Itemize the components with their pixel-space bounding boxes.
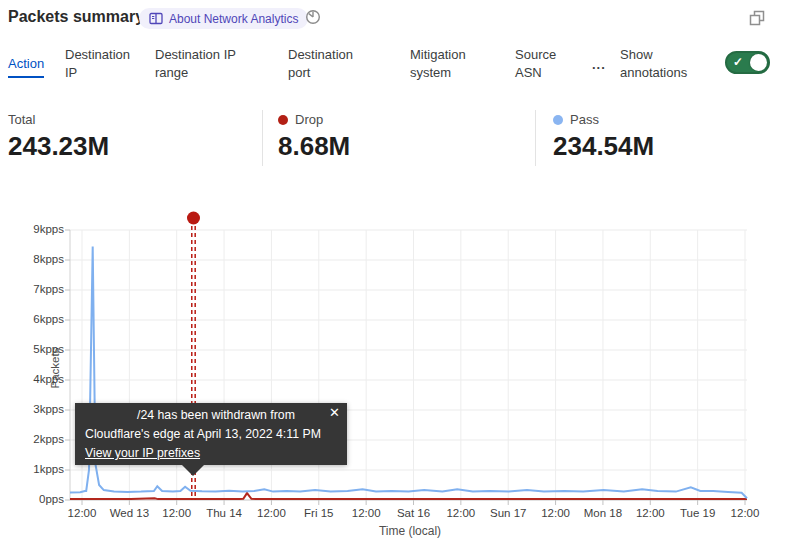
- x-tick-label: 12:00: [717, 507, 773, 519]
- tab-destination-port[interactable]: Destination port: [288, 44, 373, 84]
- y-tick-label: 0pps: [14, 493, 64, 505]
- stat-divider: [535, 110, 536, 166]
- stat-pass: Pass234.54M: [553, 112, 654, 162]
- drop-line: [70, 493, 747, 499]
- y-tick-label: 4kpps: [14, 373, 64, 385]
- tooltip-line-2: Cloudflare's edge at April 13, 2022 4:11…: [85, 425, 337, 444]
- book-icon: [149, 12, 163, 25]
- stat-total: Total243.23M: [8, 112, 109, 162]
- annotation-tooltip: /24 has been withdrawn from Cloudflare's…: [75, 403, 347, 465]
- view-ip-prefixes-link[interactable]: View your IP prefixes: [85, 444, 200, 463]
- stat-drop: Drop8.68M: [278, 112, 350, 162]
- tab-mitigation-system[interactable]: Mitigation system: [410, 44, 498, 84]
- stat-value: 8.68M: [278, 131, 350, 162]
- y-tick-label: 8kpps: [14, 253, 64, 265]
- y-tick-label: 5kpps: [14, 343, 64, 355]
- tab-destination-ip-range[interactable]: Destination IP range: [155, 44, 255, 84]
- stats-row: Total243.23MDrop8.68MPass234.54M: [0, 110, 785, 170]
- tab-destination-ip[interactable]: Destination IP: [65, 44, 143, 84]
- stat-value: 234.54M: [553, 131, 654, 162]
- page-title: Packets summary: [8, 8, 144, 26]
- tab-source-asn[interactable]: Source ASN: [515, 44, 577, 84]
- stat-value: 243.23M: [8, 131, 109, 162]
- clock-icon[interactable]: [305, 9, 321, 25]
- tabs-overflow-button[interactable]: ...: [592, 44, 606, 84]
- tabs: ... Show annotations ✓ ActionDestination…: [0, 44, 785, 84]
- x-axis-title: Time (local): [330, 524, 490, 538]
- close-icon[interactable]: ✕: [329, 405, 340, 420]
- stat-divider: [262, 110, 263, 166]
- about-network-analytics-badge[interactable]: About Network Analytics: [139, 8, 308, 29]
- y-tick-label: 1kpps: [14, 463, 64, 475]
- y-tick-label: 2kpps: [14, 433, 64, 445]
- toggle-check-icon: ✓: [733, 55, 743, 69]
- show-annotations-toggle[interactable]: ✓: [725, 51, 770, 74]
- stat-label: Total: [8, 112, 35, 127]
- toggle-knob: [750, 54, 767, 71]
- tab-action[interactable]: Action: [8, 44, 44, 84]
- restore-window-icon[interactable]: [748, 9, 766, 27]
- y-tick-label: 3kpps: [14, 403, 64, 415]
- badge-label: About Network Analytics: [169, 12, 298, 26]
- stat-label: Pass: [570, 112, 599, 127]
- y-tick-label: 9kpps: [14, 223, 64, 235]
- tooltip-caret: [182, 465, 204, 476]
- tooltip-line-1: /24 has been withdrawn from: [85, 406, 337, 425]
- stat-label: Drop: [295, 112, 323, 127]
- y-tick-label: 7kpps: [14, 283, 64, 295]
- show-annotations-label: Show annotations: [620, 44, 712, 84]
- pass-series-dot: [553, 115, 563, 125]
- annotation-marker-dot[interactable]: [187, 212, 200, 225]
- drop-series-dot: [278, 115, 288, 125]
- y-tick-label: 6kpps: [14, 313, 64, 325]
